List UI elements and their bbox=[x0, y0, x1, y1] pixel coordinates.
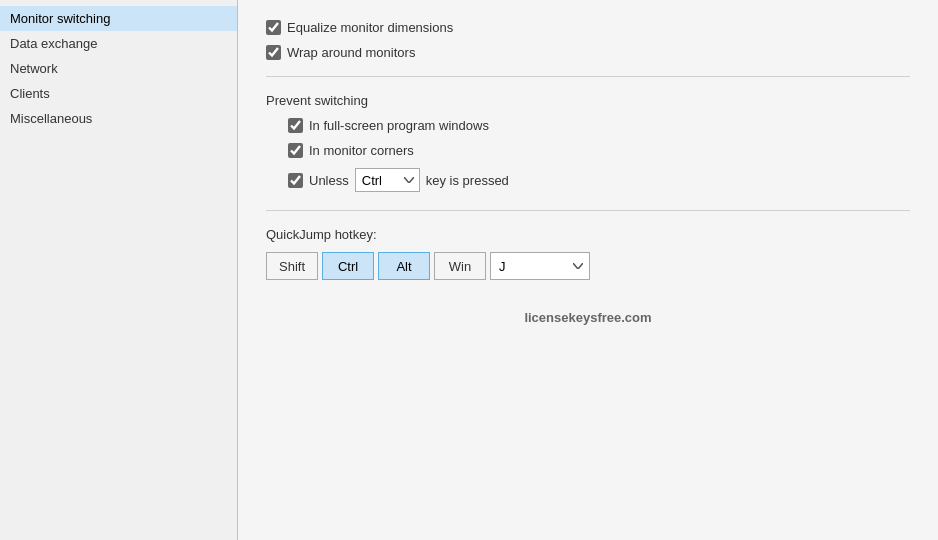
fullscreen-checkbox[interactable] bbox=[288, 118, 303, 133]
divider-2 bbox=[266, 210, 910, 211]
prevent-indent: In full-screen program windows In monito… bbox=[266, 118, 910, 192]
alt-button[interactable]: Alt bbox=[378, 252, 430, 280]
hotkey-row: Shift Ctrl Alt Win J ABCD EFGH IKLM NOPQ… bbox=[266, 252, 910, 280]
fullscreen-label[interactable]: In full-screen program windows bbox=[309, 118, 489, 133]
sidebar-label-data-exchange: Data exchange bbox=[10, 36, 97, 51]
equalize-checkbox[interactable] bbox=[266, 20, 281, 35]
key-pressed-label: key is pressed bbox=[426, 173, 509, 188]
divider-1 bbox=[266, 76, 910, 77]
sidebar-item-data-exchange[interactable]: Data exchange bbox=[0, 31, 237, 56]
corners-checkbox[interactable] bbox=[288, 143, 303, 158]
quickjump-section: QuickJump hotkey: Shift Ctrl Alt Win J A… bbox=[266, 227, 910, 280]
sidebar-label-clients: Clients bbox=[10, 86, 50, 101]
watermark: licensekeysfree.com bbox=[266, 310, 910, 325]
wrap-row: Wrap around monitors bbox=[266, 45, 910, 60]
sidebar-item-miscellaneous[interactable]: Miscellaneous bbox=[0, 106, 237, 131]
unless-label[interactable]: Unless bbox=[309, 173, 349, 188]
corners-row: In monitor corners bbox=[288, 143, 910, 158]
wrap-label[interactable]: Wrap around monitors bbox=[287, 45, 415, 60]
prevent-label: Prevent switching bbox=[266, 93, 910, 108]
sidebar-item-monitor-switching[interactable]: Monitor switching bbox=[0, 6, 237, 31]
watermark-text: licensekeysfree.com bbox=[524, 310, 651, 325]
ctrl-button[interactable]: Ctrl bbox=[322, 252, 374, 280]
sidebar-label-network: Network bbox=[10, 61, 58, 76]
unless-key-dropdown[interactable]: Ctrl Alt Shift Win bbox=[355, 168, 420, 192]
key-select[interactable]: J ABCD EFGH IKLM NOPQ RSTU VWXY Z bbox=[490, 252, 590, 280]
unless-checkbox[interactable] bbox=[288, 173, 303, 188]
equalize-label[interactable]: Equalize monitor dimensions bbox=[287, 20, 453, 35]
sidebar-label-monitor-switching: Monitor switching bbox=[10, 11, 110, 26]
sidebar-item-clients[interactable]: Clients bbox=[0, 81, 237, 106]
unless-row: Unless Ctrl Alt Shift Win key is pressed bbox=[288, 168, 910, 192]
prevent-switching-section: Prevent switching In full-screen program… bbox=[266, 93, 910, 192]
win-button[interactable]: Win bbox=[434, 252, 486, 280]
sidebar: Monitor switching Data exchange Network … bbox=[0, 0, 238, 540]
wrap-checkbox[interactable] bbox=[266, 45, 281, 60]
shift-button[interactable]: Shift bbox=[266, 252, 318, 280]
equalize-row: Equalize monitor dimensions bbox=[266, 20, 910, 35]
corners-label[interactable]: In monitor corners bbox=[309, 143, 414, 158]
quickjump-label: QuickJump hotkey: bbox=[266, 227, 910, 242]
main-content: Equalize monitor dimensions Wrap around … bbox=[238, 0, 938, 540]
sidebar-label-miscellaneous: Miscellaneous bbox=[10, 111, 92, 126]
fullscreen-row: In full-screen program windows bbox=[288, 118, 910, 133]
sidebar-item-network[interactable]: Network bbox=[0, 56, 237, 81]
